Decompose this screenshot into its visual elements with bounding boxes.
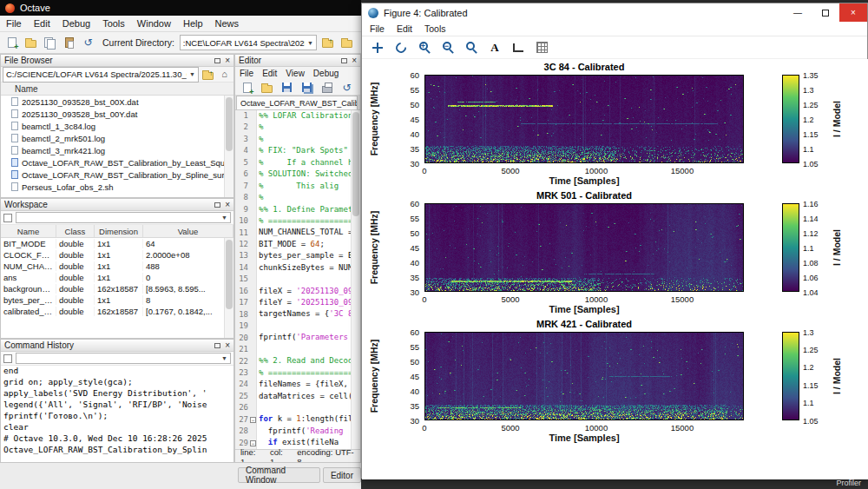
editor-menu-item-debug[interactable]: Debug [309, 69, 343, 78]
editor-scrollbar[interactable] [351, 110, 360, 449]
history-entry[interactable]: # Octave 10.3.0, Wed Dec 10 16:28:26 202… [1, 433, 233, 445]
new-script-icon[interactable] [3, 35, 20, 51]
editor-code-area[interactable]: 1234567891011121314151617181920212223242… [235, 110, 360, 449]
zoom-out-icon[interactable]: − [439, 39, 457, 56]
redo-icon[interactable]: ↻ [358, 80, 360, 96]
undock-icon[interactable] [214, 202, 220, 208]
workspace-row[interactable]: bytes_per_sampledouble1x18 [1, 294, 233, 306]
plot-area[interactable] [424, 75, 744, 163]
spectrogram-canvas[interactable] [425, 333, 743, 420]
figure-menu-item-tools[interactable]: Tools [418, 23, 452, 34]
fold-marker-icon[interactable]: − [250, 417, 256, 423]
history-entry[interactable]: fprintf('Готово.\n'); [1, 411, 233, 422]
workspace-scrollbar[interactable] [224, 238, 233, 338]
figure-menu-item-file[interactable]: File [364, 23, 391, 34]
figure-menu-item-edit[interactable]: Edit [391, 23, 418, 34]
history-entry[interactable]: end [1, 366, 233, 377]
spectrogram-canvas[interactable] [425, 204, 743, 291]
paste-icon[interactable] [61, 35, 77, 51]
close-button[interactable]: × [839, 3, 867, 22]
file-item[interactable]: Octave_LOFAR_RAW_BST_Calibration_by_Spli… [1, 169, 233, 181]
workspace-row[interactable]: ansdouble1x10 [1, 272, 233, 283]
undock-icon[interactable] [214, 58, 220, 63]
folder-up-icon[interactable] [201, 68, 215, 81]
maximize-button[interactable] [812, 3, 839, 22]
menu-item-edit[interactable]: Edit [28, 18, 56, 29]
plot-area[interactable] [424, 332, 744, 420]
dock-tab-command-window[interactable]: Command Window [238, 467, 320, 483]
file-browser-path-combo[interactable]: C:/SCIENCE/LOFAR LV614 Spectra/2025.11.3… [3, 67, 199, 83]
colorbar[interactable] [782, 203, 799, 292]
workspace-column-header-dimension[interactable]: Dimension [95, 225, 143, 237]
editor-menu-item-view[interactable]: View [281, 69, 309, 78]
workspace-row[interactable]: background_surfdouble162x18587[8.5963, 8… [1, 283, 233, 294]
home-icon[interactable]: ⌂ [217, 68, 232, 81]
browse-folder-icon[interactable] [339, 35, 355, 51]
menu-item-file[interactable]: File [0, 18, 28, 29]
workspace-column-header-class[interactable]: Class [56, 225, 95, 237]
zoom-in-icon[interactable]: + [416, 39, 433, 56]
history-entry[interactable]: legend({'All', 'Signal', 'RFI/BP', 'Nois… [1, 400, 233, 411]
copy-icon[interactable] [42, 35, 58, 51]
history-entry[interactable]: Octave_LOFAR_RAW_BST_Calibration_by_Spli… [1, 445, 233, 456]
colorbar[interactable] [782, 332, 799, 420]
dock-tab-editor[interactable]: Editor [323, 467, 361, 483]
undock-icon[interactable] [341, 58, 347, 63]
print-icon[interactable] [319, 80, 335, 96]
workspace-table-header[interactable]: NameClassDimensionValue [1, 225, 233, 238]
history-entry[interactable]: clear [1, 422, 233, 433]
file-item[interactable]: 20251130_093528_bst_00Y.dat [1, 108, 233, 120]
workspace-filter-combo[interactable]: ▼ [16, 212, 231, 223]
main-title-bar[interactable]: Octave [0, 0, 361, 16]
undo-icon[interactable]: ↺ [339, 80, 355, 96]
workspace-row[interactable]: CLOCK_FREQ_HZdouble1x12.0000e+08 [1, 249, 233, 261]
axes-icon[interactable] [510, 39, 527, 56]
minimize-button[interactable]: — [784, 3, 812, 22]
file-item[interactable]: beamctl_3_mrk421.log [1, 144, 233, 156]
current-directory-combo[interactable]: :NCE\LOFAR LV614 Spectra\2025.11.30_0934… [180, 35, 317, 50]
menu-item-window[interactable]: Window [131, 18, 177, 29]
close-icon[interactable]: × [352, 56, 357, 65]
insert-text-icon[interactable]: A [486, 39, 503, 56]
spectrogram-canvas[interactable] [425, 76, 743, 162]
workspace-column-header-value[interactable]: Value [143, 225, 233, 237]
autoscale-icon[interactable] [463, 39, 480, 56]
undock-icon[interactable] [214, 343, 220, 348]
workspace-row[interactable]: NUM_CHANNELS_TOTALdouble1x1488 [1, 261, 233, 272]
history-entry[interactable]: grid on; apply_style(gca); [1, 377, 233, 388]
close-icon[interactable]: × [225, 201, 230, 209]
workspace-column-header-name[interactable]: Name [1, 225, 56, 237]
figure-title-bar[interactable]: Figure 4: Calibrated — × [362, 3, 867, 22]
workspace-filter-checkbox[interactable] [3, 214, 12, 222]
close-icon[interactable]: × [225, 341, 230, 350]
save-icon[interactable] [279, 80, 295, 96]
menu-item-help[interactable]: Help [177, 18, 209, 29]
history-entry[interactable]: apply_labels('SVD Energy Distribution', … [1, 388, 233, 400]
new-script-icon[interactable] [239, 80, 255, 96]
editor-menu-item-edit[interactable]: Edit [258, 69, 281, 78]
menu-item-news[interactable]: News [209, 18, 246, 29]
grid-icon[interactable] [533, 39, 550, 56]
save-all-icon[interactable] [299, 80, 315, 96]
file-item[interactable]: beamctl_2_mrk501.log [1, 132, 233, 144]
workspace-row[interactable]: calibrated_dbdouble162x18587[0.1767, 0.1… [1, 306, 233, 317]
open-icon[interactable] [23, 35, 39, 51]
close-icon[interactable]: × [225, 56, 230, 65]
open-icon[interactable] [259, 80, 275, 96]
pan-icon[interactable] [369, 39, 386, 56]
workspace-title-bar[interactable]: Workspace × [1, 199, 233, 211]
workspace-row[interactable]: BIT_MODEdouble1x164 [1, 238, 233, 249]
editor-file-tab[interactable]: Octave_LOFAR_RAW_BST_Calibration_b [236, 96, 358, 109]
file-item[interactable]: Octave_LOFAR_RAW_BST_Calibration_by_Leas… [1, 156, 233, 169]
file-browser-scrollbar[interactable] [224, 96, 233, 197]
folder-up-icon[interactable] [319, 35, 336, 51]
editor-title-bar[interactable]: Editor × [235, 55, 360, 67]
command-history-title-bar[interactable]: Command History × [1, 340, 233, 352]
file-browser-name-header[interactable]: Name [1, 83, 233, 96]
menu-item-debug[interactable]: Debug [56, 18, 96, 29]
file-browser-title-bar[interactable]: File Browser × [1, 55, 233, 67]
file-item[interactable]: Perseus_Lofar_obs_2.sh [1, 181, 233, 193]
file-item[interactable]: beamctl_1_3c84.log [1, 120, 233, 132]
editor-menu-item-file[interactable]: File [235, 69, 258, 78]
fold-marker-icon[interactable]: − [250, 440, 256, 446]
